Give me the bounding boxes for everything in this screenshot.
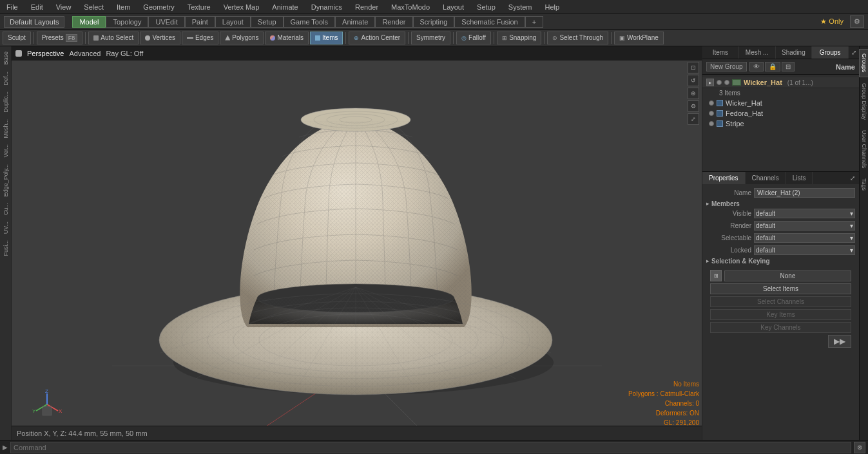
tab-topology[interactable]: Topology	[106, 16, 148, 28]
tab-render[interactable]: Render	[375, 16, 412, 28]
snapping-button[interactable]: ⊞ Snapping	[497, 32, 541, 44]
tab-channels[interactable]: Channels	[746, 172, 786, 184]
menu-view[interactable]: View	[53, 2, 74, 12]
sidebar-item-mesh[interactable]: Mesh...	[1, 117, 10, 141]
select-items-button[interactable]: Select Items	[710, 283, 851, 294]
tab-properties[interactable]: Properties	[702, 172, 746, 184]
menu-file[interactable]: File	[4, 2, 21, 12]
group-toggle[interactable]: ▸	[706, 79, 714, 86]
menu-animate[interactable]: Animate	[269, 2, 300, 12]
locked-dropdown[interactable]: default ▾	[754, 245, 855, 255]
viewport-raygl-label[interactable]: Ray GL: Off	[106, 50, 143, 57]
menu-layout[interactable]: Layout	[440, 2, 467, 12]
tab-lists[interactable]: Lists	[786, 172, 813, 184]
command-input[interactable]	[10, 442, 851, 453]
viewport-advanced-label[interactable]: Advanced	[69, 50, 101, 57]
viewport-fit-button[interactable]: ⊡	[688, 62, 699, 73]
polygons-button[interactable]: Polygons	[220, 32, 264, 44]
menu-setup[interactable]: Setup	[474, 2, 498, 12]
far-tab-tags[interactable]: Tags	[859, 174, 869, 195]
tab-shading[interactable]: Shading	[776, 46, 813, 59]
action-center-button[interactable]: ⊕ Action Center	[349, 32, 405, 44]
tab-scripting[interactable]: Scripting	[413, 16, 455, 28]
tab-paint[interactable]: Paint	[185, 16, 215, 28]
arrow-right-button[interactable]: ▶▶	[828, 335, 851, 348]
tab-add[interactable]: +	[525, 16, 543, 28]
viewport-expand-button[interactable]: ⤢	[688, 113, 699, 125]
settings-gear-button[interactable]: ⚙	[850, 15, 864, 28]
far-tab-group-display[interactable]: Group Display	[859, 79, 869, 124]
item-stripe[interactable]: Stripe	[702, 118, 859, 129]
presets-button[interactable]: Presets F8	[37, 32, 82, 44]
new-group-button[interactable]: New Group	[706, 62, 747, 71]
key-channels-button[interactable]: Key Channels	[710, 322, 851, 333]
item-wicker-hat[interactable]: Wicker_Hat	[702, 98, 859, 108]
edges-button[interactable]: Edges	[182, 32, 218, 44]
name-input[interactable]	[754, 188, 855, 198]
sidebar-item-fusi[interactable]: Fusi...	[1, 238, 10, 259]
items-button[interactable]: Items	[310, 32, 343, 44]
tab-uvedit[interactable]: UVEdit	[148, 16, 184, 28]
visible-dropdown[interactable]: default ▾	[754, 209, 855, 218]
sel-keying-title[interactable]: Selection & Keying	[706, 258, 855, 265]
viewport[interactable]: Perspective Advanced Ray GL: Off ⊡ ↺ ⊕ ⚙…	[12, 46, 702, 440]
sidebar-item-base[interactable]: Base	[1, 49, 10, 68]
render-dropdown[interactable]: default ▾	[754, 221, 855, 231]
members-section-title[interactable]: Members	[706, 200, 855, 207]
sidebar-item-uv[interactable]: UV...	[1, 219, 10, 236]
key-items-button[interactable]: Key Items	[710, 309, 851, 320]
symmetry-button[interactable]: Symmetry	[411, 32, 450, 44]
group-wicker-hat[interactable]: ▸ Wicker_Hat (1 of 1...)	[702, 77, 859, 88]
viewport-frame-button[interactable]: ↺	[688, 75, 699, 86]
menu-edit[interactable]: Edit	[28, 2, 46, 12]
tab-layout[interactable]: Layout	[215, 16, 251, 28]
select-through-button[interactable]: ⊙ Select Through	[547, 32, 608, 44]
menu-system[interactable]: System	[506, 2, 535, 12]
vertices-button[interactable]: Vertices	[140, 32, 180, 44]
select-channels-button[interactable]: Select Channels	[710, 296, 851, 307]
menu-help[interactable]: Help	[542, 2, 562, 12]
sidebar-item-ver[interactable]: Ver...	[1, 142, 10, 160]
lock-icon-button[interactable]: 🔒	[765, 62, 780, 71]
menu-vertex-map[interactable]: Vertex Map	[221, 2, 262, 12]
sidebar-item-edge-poly[interactable]: Edge_Poly...	[1, 162, 10, 199]
default-layouts-dropdown[interactable]: Default Layouts	[4, 16, 64, 28]
tab-mesh[interactable]: Mesh ...	[739, 46, 776, 59]
viewport-settings-button[interactable]: ⚙	[688, 100, 699, 112]
materials-button[interactable]: Materials	[265, 32, 309, 44]
tab-groups[interactable]: Groups	[812, 46, 849, 59]
tab-animate[interactable]: Animate	[335, 16, 375, 28]
menu-texture[interactable]: Texture	[185, 2, 213, 12]
menu-dynamics[interactable]: Dynamics	[309, 2, 345, 12]
far-tab-groups[interactable]: Groups	[859, 49, 869, 77]
viewport-perspective-label[interactable]: Perspective	[27, 50, 64, 57]
eye-icon-button[interactable]: 👁	[749, 62, 764, 71]
viewport-zoom-button[interactable]: ⊕	[688, 88, 699, 99]
command-clear-button[interactable]: ⊗	[854, 442, 865, 453]
sidebar-item-def[interactable]: Def...	[1, 69, 10, 88]
tab-setup[interactable]: Setup	[251, 16, 284, 28]
auto-select-button[interactable]: Auto Select	[88, 32, 139, 44]
sculpt-button[interactable]: Sculpt	[3, 32, 31, 44]
sel-none-button[interactable]: None	[724, 270, 851, 281]
selectable-dropdown[interactable]: default ▾	[754, 233, 855, 243]
filter-icon-button[interactable]: ⊟	[782, 62, 795, 71]
menu-render[interactable]: Render	[352, 2, 381, 12]
props-expand-button[interactable]: ⤢	[846, 172, 859, 184]
star-only-label[interactable]: ★ Only	[816, 16, 847, 27]
menu-item[interactable]: Item	[114, 2, 133, 12]
menu-select[interactable]: Select	[81, 2, 106, 12]
sidebar-item-duplic[interactable]: Duplic...	[1, 89, 10, 115]
tab-schematic[interactable]: Schematic Fusion	[454, 16, 525, 28]
tab-items[interactable]: Items	[702, 46, 739, 59]
workplane-button[interactable]: ▣ WorkPlane	[614, 32, 664, 44]
sidebar-item-cu[interactable]: Cu...	[1, 200, 10, 218]
menu-geometry[interactable]: Geometry	[140, 2, 177, 12]
tab-game-tools[interactable]: Game Tools	[284, 16, 336, 28]
tab-model[interactable]: Model	[72, 16, 106, 28]
item-fedora-hat[interactable]: Fedora_Hat	[702, 108, 859, 118]
menu-maxtomod[interactable]: MaxToModo	[389, 2, 432, 12]
falloff-button[interactable]: ◎ Falloff	[456, 32, 491, 44]
panel-expand-button[interactable]: ⤢	[849, 46, 859, 59]
far-tab-user-channels[interactable]: User Channels	[859, 126, 869, 173]
